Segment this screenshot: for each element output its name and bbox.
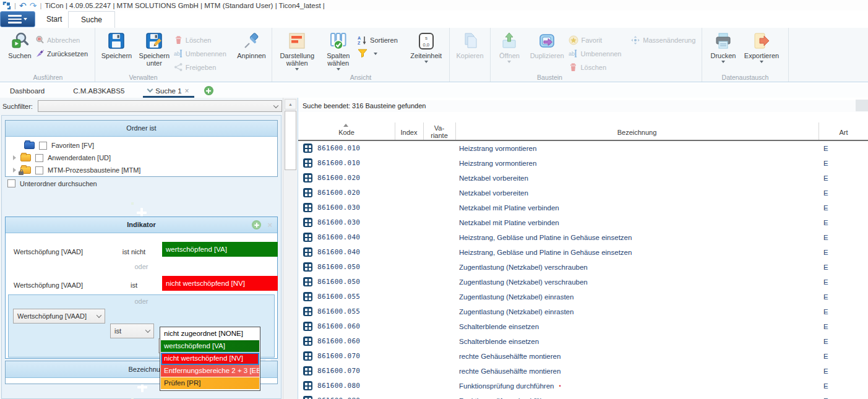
title-bar: | ↶ ↷ | TiCon | 4.09.05.2247 | MTM SOLUT… [0,0,868,11]
suchfilter-label: Suchfilter: [2,101,33,113]
dropdown-option-nv[interactable]: nicht wertschöpfend [NV] [161,353,259,365]
indikator-header: Indikator × [6,217,277,233]
operator-combobox[interactable]: ist [110,324,154,338]
group-label-ansicht: Ansicht [272,74,449,81]
anwenderdaten-checkbox[interactable] [35,154,43,162]
tree-item-anwenderdaten[interactable]: Anwenderdaten [UD] [13,152,111,164]
condition-operator: ist nicht [108,244,160,259]
table-row[interactable]: 861600.020Netzkabel vorbereitenE [298,186,868,200]
exportieren-button[interactable]: Exportieren [741,30,782,63]
scroll-up-button[interactable]: ▲ [285,99,296,109]
baustein-icon [303,247,312,257]
dropdown-option-pr[interactable]: Prüfen [PR] [161,377,259,390]
document-tab-bar: Dashboard C.M.AB3KABS5 Suche 1 × [0,84,868,98]
sortieren-button[interactable]: AZ Sortieren [358,34,406,46]
save-icon [107,32,126,50]
expand-arrow-icon[interactable] [13,155,16,160]
baustein-icon [303,158,312,168]
add-condition-button[interactable] [252,220,261,230]
favoriten-checkbox[interactable] [39,142,47,150]
scrollbar-thumb[interactable] [285,111,296,170]
redo-icon[interactable]: ↷ [30,1,37,10]
table-row[interactable]: 861600.055Zugentlastung (Netzkabel) einr… [298,290,868,304]
expand-arrow-icon[interactable] [13,168,16,173]
row-marker: • [559,383,561,389]
dropdown-option-va[interactable]: wertschöpfend [VA] [161,340,259,353]
drucken-button[interactable]: Drucken [705,30,741,63]
left-scrollbar[interactable]: ▲ [283,98,298,399]
trash-icon [569,62,578,72]
column-header-kode[interactable]: Kode [298,129,395,136]
table-row[interactable]: 861600.070rechte Gehäusehälfte montieren… [298,349,868,364]
table-row[interactable]: 861600.050Zugentlastung (Netzkabel) vers… [298,260,868,275]
suchfilter-combobox[interactable] [38,100,282,112]
doc-tab-suche1[interactable]: Suche 1 × [138,84,199,98]
table-row[interactable]: 861600.080Funktionsprüfung durchführenE [298,393,868,399]
baustein-icon [303,277,312,286]
baustein-icon [303,351,312,361]
chevron-down-icon [760,61,763,63]
field-combobox[interactable]: Wertschöpfung [VAAD] [13,309,105,324]
filter-button[interactable] [358,48,406,59]
baustein-icon [303,292,312,301]
table-row[interactable]: 861600.040Heizstrang, Gebläse und Platin… [298,230,868,245]
tree-item-mtm-prozessbausteine[interactable]: MTM-Prozessbausteine [MTM] [13,164,140,176]
table-row[interactable]: 861600.040Heizstrang, Gebläse und Platin… [298,245,868,260]
tree-item-favoriten[interactable]: Favoriten [FV] [24,139,94,152]
table-row[interactable]: 861600.055Zugentlastung (Netzkabel) einr… [298,304,868,319]
results-panel: Suche beendet: 316 Bausteine gefunden Ko… [298,98,868,399]
table-row[interactable]: 861600.010Heizstrang vormontierenE [298,156,868,171]
spalten-waehlen-button[interactable]: Spalten wählen [319,30,358,71]
mtm-checkbox[interactable] [35,166,43,174]
doc-tab-dashboard[interactable]: Dashboard [0,84,54,98]
suchen-button[interactable]: Suchen [4,30,35,59]
speichern-button[interactable]: Speichern [98,30,135,59]
baustein-icon [303,337,312,346]
table-row[interactable]: 861600.060Schalterblende einsetzenE [298,334,868,349]
results-table-body: 861600.010Heizstrang vormontierenE 86160… [298,141,868,399]
condition-value-red: nicht wertschöpfend [NV] [162,276,278,291]
tree-item-label: Favoriten [FV] [51,142,94,149]
darstellung-waehlen-button[interactable]: Darstellung wählen [275,30,319,71]
undo-icon[interactable]: ↶ [19,1,27,10]
speichern-unter-button[interactable]: Speichern unter [135,30,174,67]
unterordner-checkbox[interactable] [7,179,15,187]
table-row[interactable]: 861600.050Zugentlastung (Netzkabel) vers… [298,275,868,290]
column-header-variante[interactable]: Va-riante [423,124,455,139]
chevron-down-icon [145,328,150,333]
folder-blue-icon [24,142,35,149]
column-header-index[interactable]: Index [395,129,423,136]
table-row[interactable]: 861600.080Funktionsprüfung durchführen•E [298,379,868,393]
dropdown-option-eb[interactable]: Entfernungsbereiche 2 + 3 [EB] [161,365,259,377]
umbenennen-baustein-button: ab Umbenennen [569,48,630,59]
svg-text:ab: ab [174,51,180,57]
close-tab-icon[interactable]: × [185,87,189,95]
doc-tab-cmab3kabs5[interactable]: C.M.AB3KABS5 [63,84,134,98]
or-label: oder [6,263,277,270]
tab-suche[interactable]: Suche [68,11,115,28]
column-header-bezeichnung[interactable]: Bezeichnung [455,129,819,136]
app-menu-button[interactable] [0,11,35,27]
zeiteinheit-button[interactable]: s0,0 Zeiteinheit [406,30,446,63]
dropdown-option-none[interactable]: nicht zugeordnet [NONE] [161,328,259,340]
table-row[interactable]: 861600.020Netzkabel vorbereitenE [298,171,868,186]
table-row[interactable]: 861600.030Netzkabel mit Platine verbinde… [298,200,868,215]
table-row[interactable]: 861600.010Heizstrang vormontierenE [298,141,868,156]
new-tab-button[interactable] [204,86,213,95]
baustein-icon [303,307,312,316]
svg-text:A: A [358,36,361,40]
baustein-icon [303,188,312,197]
column-header-art[interactable]: Art [819,129,868,136]
table-row[interactable]: 861600.030Netzkabel mit Platine verbinde… [298,215,868,230]
zuruecksetzen-button[interactable]: Zurücksetzen [35,48,88,59]
close-indikator-icon[interactable]: × [267,217,272,233]
unterordner-label: Unterordner durchsuchen [20,180,97,187]
anpinnen-button[interactable]: Anpinnen [234,30,269,59]
table-row[interactable]: 861600.070rechte Gehäusehälfte montieren… [298,364,868,379]
chevron-down-icon [424,61,428,63]
duplicate-icon [538,32,556,50]
pin-icon [243,32,261,50]
app-logo-icon [2,1,11,10]
table-row[interactable]: 861600.060Schalterblende einsetzenE [298,319,868,334]
freigeben-button: Freigeben [174,61,234,73]
